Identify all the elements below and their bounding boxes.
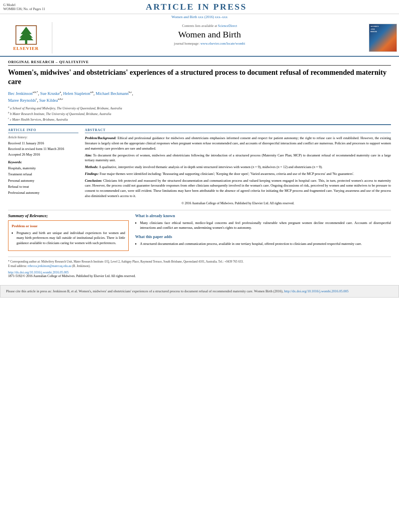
doi-section: http://dx.doi.org/10.1016/j.wombi.2016.0…	[8, 271, 391, 278]
problem-bullet-1: Pregnancy and birth are unique and indiv…	[16, 230, 125, 246]
journal-header: ELSEVIER Contents lists available at Sci…	[0, 20, 399, 57]
summary-section: Summary of Relevance; Problem or issue P…	[8, 210, 391, 254]
journal-cover: WOMENANDBIRTH	[367, 22, 399, 53]
article-dates: Received 11 January 2016 Received in rev…	[8, 141, 78, 157]
known-bullets: Many clinicians face ethical turmoil, me…	[135, 220, 391, 231]
author-kildea[interactable]: Sue Kildea	[39, 98, 58, 103]
article-info-abstract: ARTICLE INFO Article history: Received 1…	[8, 124, 391, 205]
affil-a: a a School of Nursing and Midwifery, The…	[8, 105, 391, 111]
email-line: E-mail address: rebecca.jenkinson@mater.…	[8, 264, 391, 268]
revised-date: Received in revised form 11 March 2016	[8, 146, 78, 152]
author-kruske[interactable]: Sue Kruske	[40, 91, 60, 95]
article-info-col: ARTICLE INFO Article history: Received 1…	[8, 128, 78, 205]
article-info-label: ARTICLE INFO	[8, 128, 78, 133]
abstract-label: ABSTRACT	[85, 128, 391, 133]
keywords-label: Keywords:	[8, 160, 78, 164]
adds-bullets: A structured documentation and communica…	[135, 241, 391, 246]
abstract-methods: Methods: A qualitative, interpretive stu…	[85, 164, 391, 170]
elsevier-logo: ELSEVIER	[0, 22, 52, 53]
elsevier-tree-icon	[14, 25, 38, 45]
journal-subtitle: Women and Birth xxx (2016) xxx–xxx	[0, 14, 399, 20]
article-title: Women's, midwives' and obstetricians' ex…	[8, 68, 391, 87]
main-content: ORIGINAL RESEARCH – QUALITATIVE Women's,…	[0, 57, 399, 281]
accepted-date: Accepted 26 May 2016	[8, 152, 78, 158]
journal-homepage: journal homepage: www.elsevier.com/locat…	[56, 41, 363, 45]
affiliations: a a School of Nursing and Midwifery, The…	[8, 105, 391, 122]
received-date: Received 11 January 2016	[8, 141, 78, 146]
citation-doi-link[interactable]: http://dx.doi.org/10.1016/j.wombi.2016.0…	[284, 289, 348, 293]
keywords-list: Hospitals, maternity Treatment refusal P…	[8, 165, 78, 196]
abstract-col: ABSTRACT Problem/Background: Ethical and…	[85, 128, 391, 205]
elsevier-text: ELSEVIER	[13, 46, 39, 51]
known-bullet-1: Many clinicians face ethical turmoil, me…	[140, 220, 391, 231]
keyword-5: Professional autonomy	[8, 190, 78, 196]
keyword-2: Treatment refusal	[8, 171, 78, 177]
email-link[interactable]: rebecca.jenkinson@mater.uq.edu.au	[28, 264, 72, 268]
author-beckmann[interactable]: Michael Beckmann	[96, 91, 129, 95]
abstract-findings: Findings: Four major themes were identif…	[85, 171, 391, 177]
journal-center: Contents lists available at ScienceDirec…	[52, 22, 367, 53]
summary-right: What is already known Many clinicians fa…	[135, 214, 391, 254]
author-reynolds[interactable]: Maree Reynolds	[8, 98, 36, 103]
article-in-press-label: ARTICLE IN PRESS	[45, 2, 348, 12]
adds-bullet-1: A structured documentation and communica…	[140, 241, 391, 246]
known-title: What is already known	[135, 214, 391, 218]
author-stapleton[interactable]: Helen Stapleton	[63, 91, 90, 95]
problem-box: Problem or issue Pregnancy and birth are…	[8, 220, 129, 251]
abstract-aim: Aim: To document the perspectives of wom…	[85, 153, 391, 163]
affil-b: b b Mater Research Institute, The Univer…	[8, 111, 391, 117]
authors: Bec Jenkinsona,b,*, Sue Kruskea, Helen S…	[8, 90, 391, 104]
affil-c: c c Mater Health Services, Brisbane, Aus…	[8, 117, 391, 122]
copyright-line: © 2016 Australian College of Midwives. P…	[85, 201, 391, 206]
model-ref: G Model WOMBI-536; No. of Pages 11	[3, 3, 45, 11]
abstract-problem: Problem/Background: Ethical and professi…	[85, 136, 391, 151]
homepage-link[interactable]: www.elsevier.com/locate/wombi	[200, 41, 245, 45]
abstract-text: Problem/Background: Ethical and professi…	[85, 136, 391, 205]
doi-link[interactable]: http://dx.doi.org/10.1016/j.wombi.2016.0…	[8, 271, 69, 274]
article-type: ORIGINAL RESEARCH – QUALITATIVE	[8, 60, 391, 66]
journal-title: Women and Birth	[56, 29, 363, 40]
problem-box-title: Problem or issue	[12, 224, 125, 228]
adds-title: What this paper adds	[135, 234, 391, 239]
keyword-4: Refusal to treat	[8, 184, 78, 190]
keyword-1: Hospitals, maternity	[8, 165, 78, 171]
citation-box: Please cite this article in press as: Je…	[0, 285, 399, 298]
summary-relevance-title: Summary of Relevance;	[8, 214, 129, 218]
issn-line: 1871-5192/© 2016 Australian College of M…	[8, 274, 391, 278]
sciencedirect-link[interactable]: ScienceDirect	[218, 24, 237, 28]
doi-link-line: http://dx.doi.org/10.1016/j.wombi.2016.0…	[8, 271, 391, 274]
abstract-conclusion: Conclusion: Clinicians felt protected an…	[85, 178, 391, 199]
history-label: Article history:	[8, 136, 78, 139]
top-banner: G Model WOMBI-536; No. of Pages 11 ARTIC…	[0, 0, 399, 14]
summary-left: Summary of Relevance; Problem or issue P…	[8, 214, 129, 254]
corresponding-note: * Corresponding author at: Midwifery Res…	[8, 259, 391, 264]
problem-bullets: Pregnancy and birth are unique and indiv…	[12, 230, 125, 246]
cover-image: WOMENANDBIRTH	[369, 24, 397, 52]
keyword-3: Personal autonomy	[8, 178, 78, 184]
author-jenkinson[interactable]: Bec Jenkinson	[8, 91, 33, 95]
footnotes: * Corresponding author at: Midwifery Res…	[8, 257, 391, 269]
contents-line: Contents lists available at ScienceDirec…	[56, 24, 363, 28]
